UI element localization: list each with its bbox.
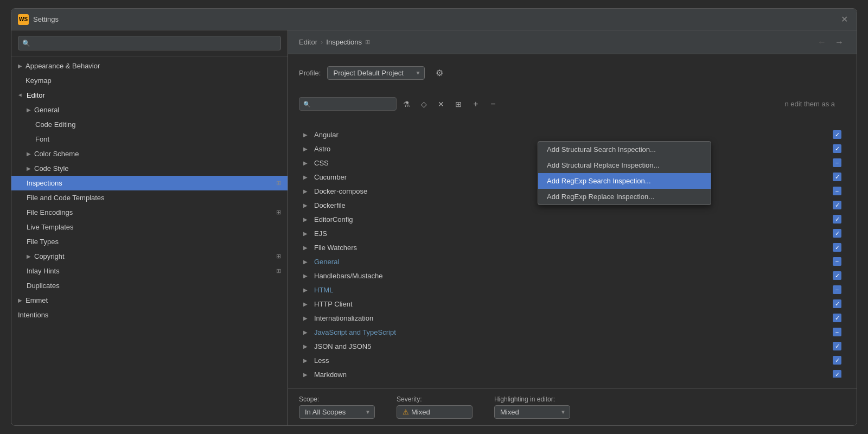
add-button[interactable]: + (468, 97, 483, 112)
chevron-right-icon: ▶ (18, 63, 22, 69)
chevron-right-icon: ▶ (303, 202, 312, 208)
sidebar-item-code-style[interactable]: ▶ Code Style (11, 161, 288, 176)
list-item[interactable]: ▶ Angular ✓ (299, 127, 846, 142)
sidebar-item-duplicates[interactable]: Duplicates (11, 278, 288, 293)
chevron-down-icon: ▼ (17, 93, 23, 98)
checkbox[interactable]: − (833, 328, 841, 336)
sidebar-item-live-templates[interactable]: Live Templates (11, 220, 288, 234)
dropdown-item-structural-search[interactable]: Add Structural Search Inspection... (538, 142, 711, 157)
sidebar-item-intentions[interactable]: Intentions (11, 308, 288, 322)
checkbox[interactable]: ✓ (833, 271, 841, 280)
sidebar-item-code-editing[interactable]: Code Editing (11, 117, 288, 132)
sidebar-search-input[interactable] (18, 36, 281, 50)
highlight-label: Highlighting in editor: (494, 395, 570, 403)
checkbox[interactable]: ✓ (833, 201, 841, 209)
dropdown-item-regexp-replace[interactable]: Add RegExp Replace Inspection... (538, 189, 711, 205)
diamond-button[interactable]: ◇ (416, 97, 431, 112)
chevron-right-icon: ▶ (27, 165, 31, 171)
checkbox[interactable]: − (833, 285, 841, 294)
preview-text: n edit them as a (774, 89, 846, 119)
checkbox[interactable]: ✓ (833, 342, 841, 350)
scope-select[interactable]: In All Scopes (299, 405, 375, 419)
sidebar-item-keymap[interactable]: ▶ Keymap (11, 73, 288, 88)
sidebar-item-copyright[interactable]: ▶ Copyright ⊞ (11, 249, 288, 264)
breadcrumb-separator: › (321, 38, 323, 46)
sidebar-item-file-code-templates[interactable]: File and Code Templates (11, 190, 288, 205)
scope-group: Scope: In All Scopes ▼ (299, 395, 375, 419)
list-item[interactable]: ▶ JSON and JSON5 ✓ (299, 339, 846, 353)
warning-icon: ⚠ (403, 408, 409, 416)
checkbox[interactable]: ✓ (833, 356, 841, 365)
sidebar-item-emmet[interactable]: ▶ Emmet (11, 293, 288, 308)
profile-label: Profile: (299, 69, 321, 77)
list-item[interactable]: ▶ HTML − (299, 283, 846, 297)
breadcrumb-icon: ⊞ (365, 39, 370, 46)
list-item[interactable]: ▶ Less ✓ (299, 353, 846, 367)
bottom-row: Scope: In All Scopes ▼ Severity: ⚠ Mixed (288, 388, 857, 425)
highlight-group: Highlighting in editor: Mixed ▼ (494, 395, 570, 419)
list-item[interactable]: ▶ EJS ✓ (299, 226, 846, 240)
chevron-right-icon: ▶ (303, 132, 312, 138)
checkbox[interactable]: ✓ (833, 173, 841, 181)
list-item[interactable]: ▶ File Watchers ✓ (299, 240, 846, 254)
checkbox[interactable]: ✓ (833, 243, 841, 252)
sidebar-item-appearance[interactable]: ▶ Appearance & Behavior (11, 59, 288, 73)
checkbox[interactable]: ✓ (833, 299, 841, 308)
clear-button[interactable]: ✕ (433, 97, 449, 112)
settings-window: WS Settings ✕ 🔍 ▶ Appearance & Behavior … (11, 8, 857, 426)
breadcrumb: Editor › Inspections ⊞ (299, 38, 370, 46)
sidebar-item-font[interactable]: Font (11, 132, 288, 146)
chevron-right-icon: ▶ (303, 259, 312, 265)
chevron-right-icon: ▶ (303, 216, 312, 222)
sidebar-item-editor[interactable]: ▼ Editor (11, 88, 288, 103)
chevron-right-icon: ▶ (303, 343, 312, 349)
chevron-right-icon: ▶ (303, 329, 312, 335)
list-item[interactable]: ▶ HTTP Client ✓ (299, 297, 846, 311)
scope-label: Scope: (299, 395, 375, 403)
severity-group: Severity: ⚠ Mixed (397, 395, 473, 419)
checkbox[interactable]: ✓ (833, 215, 841, 224)
sidebar: 🔍 ▶ Appearance & Behavior ▶ Keymap ▼ Edi… (11, 30, 288, 425)
scope-select-wrap: In All Scopes ▼ (299, 405, 375, 419)
checkbox[interactable]: ✓ (833, 370, 841, 378)
checkbox[interactable]: ✓ (833, 130, 841, 139)
search-icon: 🔍 (22, 40, 30, 47)
chevron-right-icon: ▶ (303, 231, 312, 237)
checkbox[interactable]: − (833, 158, 841, 167)
list-item[interactable]: ▶ Markdown ✓ (299, 367, 846, 378)
search-icon: 🔍 (303, 100, 311, 107)
chevron-right-icon: ▶ (303, 301, 312, 307)
checkbox[interactable]: − (833, 257, 841, 266)
checkbox[interactable]: ✓ (833, 314, 841, 322)
profile-select[interactable]: Project Default Project (327, 66, 425, 80)
checkbox[interactable]: ✓ (833, 229, 841, 238)
expand-button[interactable]: ⊞ (451, 97, 466, 112)
inlay-hints-icon: ⊞ (276, 267, 281, 275)
list-item[interactable]: ▶ Internationalization ✓ (299, 311, 846, 325)
filter-button[interactable]: ⚗ (399, 97, 414, 112)
sidebar-item-file-types[interactable]: File Types (11, 234, 288, 249)
list-item[interactable]: ▶ EditorConfig ✓ (299, 212, 846, 226)
checkbox[interactable]: − (833, 187, 841, 195)
breadcrumb-bar: Editor › Inspections ⊞ ← → (288, 30, 857, 54)
close-button[interactable]: ✕ (839, 12, 850, 27)
nav-forward-button[interactable]: → (833, 36, 846, 48)
checkbox[interactable]: ✓ (833, 144, 841, 153)
dropdown-item-regexp-search[interactable]: Add RegExp Search Inspection... (538, 173, 711, 189)
sidebar-item-inlay-hints[interactable]: Inlay Hints ⊞ (11, 264, 288, 278)
sidebar-item-color-scheme[interactable]: ▶ Color Scheme (11, 146, 288, 161)
sidebar-item-inspections[interactable]: Inspections ⊞ (11, 176, 288, 190)
severity-select[interactable]: ⚠ Mixed (397, 405, 473, 419)
profile-settings-button[interactable]: ⚙ (431, 65, 448, 80)
sidebar-item-general[interactable]: ▶ General (11, 103, 288, 117)
chevron-right-icon: ▶ (303, 372, 312, 378)
nav-back-button[interactable]: ← (815, 36, 828, 48)
remove-button[interactable]: − (486, 97, 501, 112)
list-item[interactable]: ▶ JavaScript and TypeScript − (299, 325, 846, 339)
sidebar-item-file-encodings[interactable]: File Encodings ⊞ (11, 205, 288, 220)
highlight-select[interactable]: Mixed (494, 405, 570, 419)
list-item[interactable]: ▶ General − (299, 254, 846, 269)
dropdown-item-structural-replace[interactable]: Add Structural Replace Inspection... (538, 157, 711, 173)
inspection-search-input[interactable] (299, 97, 397, 111)
list-item[interactable]: ▶ Handlebars/Mustache ✓ (299, 269, 846, 283)
